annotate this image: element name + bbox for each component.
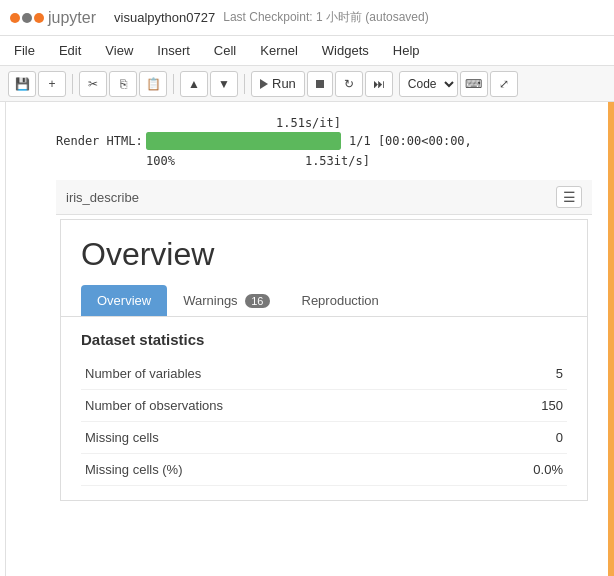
render-progress: Render HTML: 1/1 [00:00<00:00,: [56, 132, 592, 150]
stat-label-0: Number of variables: [81, 358, 467, 390]
add-cell-button[interactable]: +: [38, 71, 66, 97]
stat-value-0: 5: [467, 358, 567, 390]
logo-circle-orange: [10, 13, 20, 23]
checkpoint-text: Last Checkpoint: 1 小时前: [223, 10, 362, 24]
toggle-icon: ☰: [563, 189, 576, 205]
cut-button[interactable]: ✂: [79, 71, 107, 97]
progress-speed: 1.53it/s]: [305, 154, 370, 168]
table-row: Number of variables 5: [81, 358, 567, 390]
stats-title: Dataset statistics: [81, 331, 567, 348]
toolbar: 💾 + ✂ ⎘ 📋 ▲ ▼ Run ↻ ⏭ Code ⌨ ⤢: [0, 66, 614, 102]
widget-header: iris_describe ☰: [56, 180, 592, 215]
menu-bar: File Edit View Insert Cell Kernel Widget…: [0, 36, 614, 66]
table-row: Number of observations 150: [81, 390, 567, 422]
menu-insert[interactable]: Insert: [153, 41, 194, 60]
logo-circle-orange2: [34, 13, 44, 23]
notebook-title[interactable]: visualpython0727: [114, 10, 215, 25]
restart-button[interactable]: ↻: [335, 71, 363, 97]
render-label: Render HTML:: [56, 134, 146, 148]
top-bar: jupyter visualpython0727 Last Checkpoint…: [0, 0, 614, 36]
move-down-button[interactable]: ▼: [210, 71, 238, 97]
toolbar-separator-1: [72, 74, 73, 94]
stats-container: Dataset statistics Number of variables 5…: [61, 317, 587, 500]
toolbar-separator-2: [173, 74, 174, 94]
menu-edit[interactable]: Edit: [55, 41, 85, 60]
speed-text: 1.51s/it]: [276, 116, 341, 130]
output-area: 1.51s/it] Render HTML: 1/1 [00:00<00:00,…: [56, 112, 592, 509]
logo-circles: [10, 13, 44, 23]
jupyter-brand-text: jupyter: [48, 9, 96, 27]
tab-reproduction[interactable]: Reproduction: [286, 285, 395, 316]
tab-warnings-label: Warnings: [183, 293, 237, 308]
tabs-bar: Overview Warnings 16 Reproduction: [61, 285, 587, 317]
extend-button[interactable]: ⤢: [490, 71, 518, 97]
percent-text: 100%: [146, 154, 175, 168]
progress-stats: 1/1 [00:00<00:00,: [349, 134, 472, 148]
right-accent: [608, 102, 614, 576]
cell-body: 1.51s/it] Render HTML: 1/1 [00:00<00:00,…: [56, 112, 608, 509]
checkpoint-info: Last Checkpoint: 1 小时前 (autosaved): [223, 9, 428, 26]
paste-button[interactable]: 📋: [139, 71, 167, 97]
play-icon: [260, 79, 268, 89]
stat-value-2: 0: [467, 422, 567, 454]
menu-kernel[interactable]: Kernel: [256, 41, 302, 60]
progress-bar-outer: [146, 132, 341, 150]
stop-button[interactable]: [307, 71, 333, 97]
move-up-button[interactable]: ▲: [180, 71, 208, 97]
stat-value-3: 0.0%: [467, 454, 567, 486]
menu-cell[interactable]: Cell: [210, 41, 240, 60]
widget-toggle-button[interactable]: ☰: [556, 186, 582, 208]
table-row: Missing cells (%) 0.0%: [81, 454, 567, 486]
cell-type-select[interactable]: Code: [399, 71, 458, 97]
report-content: Overview Overview Warnings 16 Reproducti…: [60, 219, 588, 501]
widget-title: iris_describe: [66, 190, 139, 205]
menu-view[interactable]: View: [101, 41, 137, 60]
cell-prompt: [6, 112, 56, 509]
logo-circle-gray: [22, 13, 32, 23]
warnings-badge: 16: [245, 294, 269, 308]
stat-label-2: Missing cells: [81, 422, 467, 454]
run-label: Run: [272, 76, 296, 91]
run-button[interactable]: Run: [251, 71, 305, 97]
cell-area[interactable]: 1.51s/it] Render HTML: 1/1 [00:00<00:00,…: [6, 102, 608, 576]
stat-value-1: 150: [467, 390, 567, 422]
menu-widgets[interactable]: Widgets: [318, 41, 373, 60]
main-content: 1.51s/it] Render HTML: 1/1 [00:00<00:00,…: [0, 102, 614, 576]
menu-file[interactable]: File: [10, 41, 39, 60]
stat-label-3: Missing cells (%): [81, 454, 467, 486]
tab-overview[interactable]: Overview: [81, 285, 167, 316]
profile-widget: iris_describe ☰ Overview Overview: [56, 180, 592, 501]
stats-table: Number of variables 5 Number of observat…: [81, 358, 567, 486]
tab-warnings[interactable]: Warnings 16: [167, 285, 285, 316]
copy-button[interactable]: ⎘: [109, 71, 137, 97]
fast-forward-button[interactable]: ⏭: [365, 71, 393, 97]
output-cell: 1.51s/it] Render HTML: 1/1 [00:00<00:00,…: [6, 112, 608, 509]
progress-bar-inner: [146, 132, 341, 150]
table-row: Missing cells 0: [81, 422, 567, 454]
jupyter-logo: jupyter: [10, 9, 104, 27]
stop-icon: [316, 80, 324, 88]
progress-second-line: 100% 1.53it/s]: [56, 154, 592, 168]
save-button[interactable]: 💾: [8, 71, 36, 97]
menu-help[interactable]: Help: [389, 41, 424, 60]
toolbar-separator-3: [244, 74, 245, 94]
speed-line: 1.51s/it]: [56, 116, 592, 130]
overview-heading: Overview: [61, 220, 587, 285]
autosaved-text: (autosaved): [365, 10, 428, 24]
stat-label-1: Number of observations: [81, 390, 467, 422]
keyboard-button[interactable]: ⌨: [460, 71, 488, 97]
